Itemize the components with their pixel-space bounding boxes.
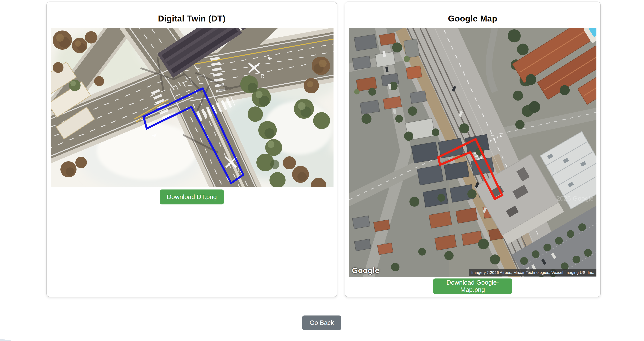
google-map-image: 2026 Google Google Imagery ©2026 Airbus,… <box>349 28 596 277</box>
google-map-card: Google Map <box>345 2 601 297</box>
svg-text:R: R <box>261 73 264 79</box>
map-attribution: Imagery ©2026 Airbus, Maxar Technologies… <box>469 269 596 276</box>
satellite-render: 2026 Google <box>349 28 596 277</box>
download-google-map-button[interactable]: Download Google-Map.png <box>433 278 512 294</box>
corner-artifact <box>0 338 17 341</box>
digital-twin-card: Digital Twin (DT) <box>46 2 337 297</box>
dt-render: R R <box>51 28 334 187</box>
map-watermark: 2026 Google <box>556 195 594 202</box>
go-back-button[interactable]: Go Back <box>302 316 341 330</box>
dt-card-title: Digital Twin (DT) <box>47 14 337 24</box>
map-card-title: Google Map <box>345 14 600 24</box>
download-dt-button[interactable]: Download DT.png <box>160 190 224 204</box>
google-logo: Google <box>352 266 380 275</box>
dt-image: R R <box>51 28 334 187</box>
